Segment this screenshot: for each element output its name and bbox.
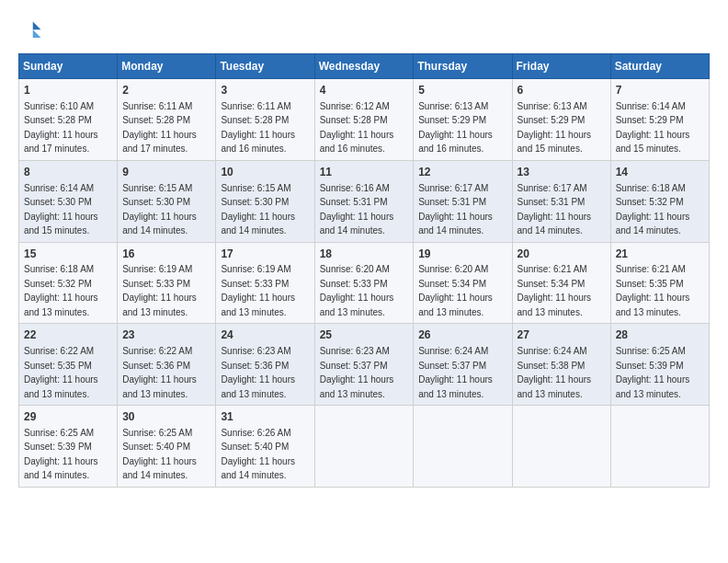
day-info: Sunrise: 6:22 AMSunset: 5:36 PMDaylight:… [122,346,197,399]
table-row: 14Sunrise: 6:18 AMSunset: 5:32 PMDayligh… [610,160,709,242]
day-info: Sunrise: 6:16 AMSunset: 5:31 PMDaylight:… [320,183,394,236]
day-number: 12 [418,165,506,180]
day-number: 29 [24,409,112,425]
table-row: 10Sunrise: 6:15 AMSunset: 5:30 PMDayligh… [216,160,314,242]
day-number: 2 [122,83,210,98]
table-row: 18Sunrise: 6:20 AMSunset: 5:33 PMDayligh… [314,242,414,324]
table-row: 31Sunrise: 6:26 AMSunset: 5:40 PMDayligh… [216,406,314,488]
table-row: 1Sunrise: 6:10 AMSunset: 5:28 PMDaylight… [19,79,118,161]
table-row: 16Sunrise: 6:19 AMSunset: 5:33 PMDayligh… [118,242,216,324]
calendar-week-row: 29Sunrise: 6:25 AMSunset: 5:39 PMDayligh… [19,406,710,488]
day-info: Sunrise: 6:23 AMSunset: 5:37 PMDaylight:… [320,346,394,399]
day-info: Sunrise: 6:13 AMSunset: 5:29 PMDaylight:… [418,101,493,155]
header-wednesday: Wednesday [314,54,414,79]
calendar-week-row: 8Sunrise: 6:14 AMSunset: 5:30 PMDaylight… [19,160,710,242]
day-info: Sunrise: 6:21 AMSunset: 5:34 PMDaylight:… [518,264,592,317]
day-info: Sunrise: 6:19 AMSunset: 5:33 PMDaylight:… [221,264,295,317]
table-row: 2Sunrise: 6:11 AMSunset: 5:28 PMDaylight… [118,79,216,161]
day-number: 22 [24,327,112,343]
day-info: Sunrise: 6:10 AMSunset: 5:28 PMDaylight:… [24,101,98,155]
day-number: 5 [418,83,506,98]
table-row: 5Sunrise: 6:13 AMSunset: 5:29 PMDaylight… [414,79,512,161]
day-number: 14 [616,165,704,180]
day-info: Sunrise: 6:13 AMSunset: 5:29 PMDaylight:… [518,101,592,155]
day-info: Sunrise: 6:18 AMSunset: 5:32 PMDaylight:… [24,264,98,317]
day-number: 28 [616,327,704,343]
day-number: 13 [518,165,606,180]
day-info: Sunrise: 6:25 AMSunset: 5:39 PMDaylight:… [616,346,690,399]
table-row: 7Sunrise: 6:14 AMSunset: 5:29 PMDaylight… [610,79,709,161]
day-number: 18 [320,247,409,262]
day-info: Sunrise: 6:12 AMSunset: 5:28 PMDaylight:… [320,101,394,155]
day-info: Sunrise: 6:14 AMSunset: 5:30 PMDaylight:… [24,183,98,236]
day-info: Sunrise: 6:18 AMSunset: 5:32 PMDaylight:… [616,183,690,236]
table-row: 13Sunrise: 6:17 AMSunset: 5:31 PMDayligh… [512,160,610,242]
table-row: 11Sunrise: 6:16 AMSunset: 5:31 PMDayligh… [314,160,414,242]
day-info: Sunrise: 6:15 AMSunset: 5:30 PMDaylight:… [122,183,197,236]
day-info: Sunrise: 6:14 AMSunset: 5:29 PMDaylight:… [616,101,690,155]
day-number: 6 [518,83,606,98]
table-row [414,406,512,488]
page-header [18,18,710,44]
header-sunday: Sunday [19,54,118,79]
day-number: 9 [122,165,210,180]
table-row: 29Sunrise: 6:25 AMSunset: 5:39 PMDayligh… [19,406,118,488]
day-info: Sunrise: 6:15 AMSunset: 5:30 PMDaylight:… [221,183,295,236]
table-row: 6Sunrise: 6:13 AMSunset: 5:29 PMDaylight… [512,79,610,161]
day-info: Sunrise: 6:24 AMSunset: 5:38 PMDaylight:… [518,346,592,399]
day-number: 4 [320,83,409,98]
day-number: 27 [518,327,606,343]
table-row: 24Sunrise: 6:23 AMSunset: 5:36 PMDayligh… [216,324,314,406]
table-row: 30Sunrise: 6:25 AMSunset: 5:40 PMDayligh… [118,406,216,488]
header-saturday: Saturday [610,54,709,79]
table-row: 23Sunrise: 6:22 AMSunset: 5:36 PMDayligh… [118,324,216,406]
day-info: Sunrise: 6:17 AMSunset: 5:31 PMDaylight:… [418,183,493,236]
logo [18,18,48,44]
day-number: 26 [418,327,506,343]
day-info: Sunrise: 6:21 AMSunset: 5:35 PMDaylight:… [616,264,690,317]
day-number: 3 [221,83,309,98]
calendar-table: Sunday Monday Tuesday Wednesday Thursday… [18,53,710,488]
header-thursday: Thursday [414,54,512,79]
day-info: Sunrise: 6:11 AMSunset: 5:28 PMDaylight:… [221,101,295,155]
day-number: 16 [122,247,210,262]
svg-rect-0 [18,18,44,44]
day-number: 30 [122,409,210,425]
table-row: 12Sunrise: 6:17 AMSunset: 5:31 PMDayligh… [414,160,512,242]
table-row: 27Sunrise: 6:24 AMSunset: 5:38 PMDayligh… [512,324,610,406]
day-number: 25 [320,327,409,343]
table-row [512,406,610,488]
calendar-week-row: 1Sunrise: 6:10 AMSunset: 5:28 PMDaylight… [19,79,710,161]
header-friday: Friday [512,54,610,79]
day-number: 31 [221,409,309,425]
table-row: 4Sunrise: 6:12 AMSunset: 5:28 PMDaylight… [314,79,414,161]
day-number: 20 [518,247,606,262]
day-info: Sunrise: 6:22 AMSunset: 5:35 PMDaylight:… [24,346,98,399]
table-row: 25Sunrise: 6:23 AMSunset: 5:37 PMDayligh… [314,324,414,406]
table-row: 15Sunrise: 6:18 AMSunset: 5:32 PMDayligh… [19,242,118,324]
table-row [314,406,414,488]
day-number: 7 [616,83,704,98]
day-number: 21 [616,247,704,262]
table-row: 19Sunrise: 6:20 AMSunset: 5:34 PMDayligh… [414,242,512,324]
day-number: 19 [418,247,506,262]
day-number: 1 [24,83,112,98]
table-row: 28Sunrise: 6:25 AMSunset: 5:39 PMDayligh… [610,324,709,406]
day-info: Sunrise: 6:11 AMSunset: 5:28 PMDaylight:… [122,101,197,155]
day-info: Sunrise: 6:19 AMSunset: 5:33 PMDaylight:… [122,264,197,317]
day-info: Sunrise: 6:20 AMSunset: 5:33 PMDaylight:… [320,264,394,317]
day-info: Sunrise: 6:17 AMSunset: 5:31 PMDaylight:… [518,183,592,236]
calendar-header-row: Sunday Monday Tuesday Wednesday Thursday… [19,54,710,79]
table-row: 8Sunrise: 6:14 AMSunset: 5:30 PMDaylight… [19,160,118,242]
header-monday: Monday [118,54,216,79]
day-info: Sunrise: 6:25 AMSunset: 5:40 PMDaylight:… [122,428,197,481]
day-number: 11 [320,165,409,180]
table-row: 17Sunrise: 6:19 AMSunset: 5:33 PMDayligh… [216,242,314,324]
table-row [610,406,709,488]
day-info: Sunrise: 6:26 AMSunset: 5:40 PMDaylight:… [221,428,295,481]
day-info: Sunrise: 6:24 AMSunset: 5:37 PMDaylight:… [418,346,493,399]
day-number: 17 [221,247,309,262]
table-row: 3Sunrise: 6:11 AMSunset: 5:28 PMDaylight… [216,79,314,161]
day-number: 24 [221,327,309,343]
day-number: 10 [221,165,309,180]
